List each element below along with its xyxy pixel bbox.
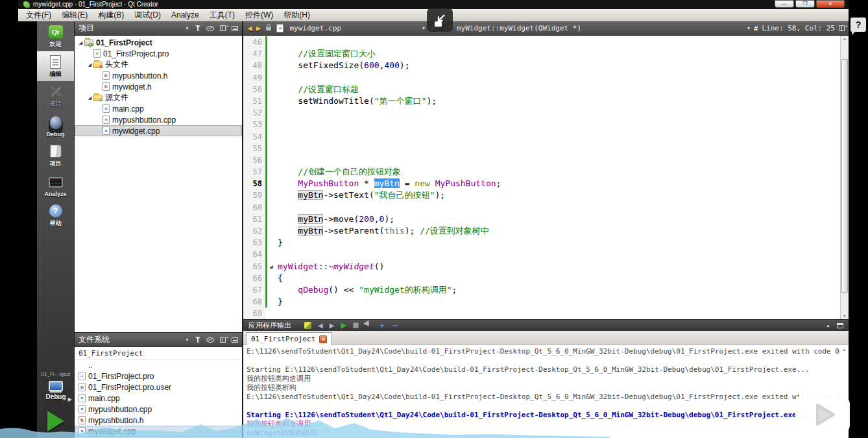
code-line[interactable]: 50 //设置窗口标题 <box>243 84 840 95</box>
expand-arrow-icon[interactable]: ◢ <box>77 40 84 45</box>
code-line[interactable]: 57 //创建一个自己的按钮对象 <box>243 166 840 178</box>
symbol-dropdown[interactable]: myWidget::myWidget(QWidget *) ▼ <box>457 24 750 32</box>
expand-arrow-icon[interactable]: ◢ <box>86 62 93 67</box>
code-line[interactable]: 62 myBtn->setParent(this); //设置到对象树中 <box>243 225 840 237</box>
code-line[interactable]: 56 <box>243 154 840 166</box>
output-window-icon[interactable] <box>837 323 843 328</box>
editor-scrollbar[interactable]: ▲ ▼ <box>840 36 849 319</box>
title-bar[interactable]: mywidget.cpp - 01_FirstProject - Qt Crea… <box>18 0 849 9</box>
code-line[interactable]: 65◢myWidget::~myWidget() <box>243 261 840 273</box>
tree-item[interactable]: »mywidget.cpp <box>75 125 242 136</box>
mode-欢迎[interactable]: Qt欢迎 <box>37 21 74 51</box>
code-line[interactable]: 51 setWindowTitle("第一个窗口"); <box>243 95 840 107</box>
fold-marker-icon[interactable]: ◢ <box>267 264 275 269</box>
project-closebar-icon[interactable] <box>232 26 238 31</box>
file-item[interactable]: .. <box>75 359 242 371</box>
code-line[interactable]: 53 <box>243 119 840 130</box>
code-line[interactable]: 58 MyPushButton * myBtn = new MyPushButt… <box>243 178 840 189</box>
output-zoom-in-icon[interactable]: + <box>378 322 385 329</box>
output-scroll-up-arrow[interactable]: ▲ <box>842 347 847 352</box>
filesystem-sync-icon[interactable] <box>206 337 214 343</box>
code-line[interactable]: 69 <box>243 308 840 319</box>
code-line[interactable]: 46 <box>243 36 840 48</box>
output-tab-close-icon[interactable]: × <box>319 335 327 343</box>
split-editor-icon[interactable] <box>839 25 845 31</box>
code-line[interactable]: 67 qDebug() << "myWidget的析构调用"; <box>243 284 840 296</box>
menu-item-6[interactable]: 控件(W) <box>240 9 278 21</box>
project-dropdown-icon[interactable]: ▼ <box>185 26 189 30</box>
output-zoom-out-icon[interactable]: − <box>392 322 399 329</box>
output-run-icon[interactable] <box>341 322 346 329</box>
expand-arrow-icon[interactable]: ◢ <box>86 95 93 101</box>
output-filter-icon[interactable] <box>304 322 311 329</box>
code-line[interactable]: 47 //设置固定窗口大小 <box>243 48 840 60</box>
menu-item-3[interactable]: 调试(D) <box>129 9 166 21</box>
mode-帮助[interactable]: ?帮助 <box>37 201 74 230</box>
code-line[interactable]: 61 myBtn->move(200,0); <box>243 213 840 225</box>
code-line[interactable]: 60 <box>243 202 840 213</box>
menu-item-2[interactable]: 构建(B) <box>93 9 129 21</box>
filesystem-dropdown-icon[interactable]: ▼ <box>185 337 189 342</box>
output-next-icon[interactable]: ▶ <box>330 322 335 329</box>
player-help-icon[interactable]: ? <box>850 18 866 32</box>
file-item[interactable]: u01_FirstProject.pro.user <box>75 382 242 393</box>
file-item[interactable]: ≡01_FirstProject.pro <box>75 371 242 382</box>
menu-item-1[interactable]: 编辑(E) <box>56 9 93 21</box>
code-line[interactable]: 54 <box>243 131 840 143</box>
menu-item-0[interactable]: 文件(F) <box>21 9 56 21</box>
mini-player-icon[interactable] <box>427 8 453 32</box>
output-prev-icon[interactable]: ◀ <box>318 322 323 329</box>
kit-selector-monitor-icon[interactable] <box>49 381 63 391</box>
code-editor[interactable]: 4647 //设置固定窗口大小48 setFixedSize(600,400);… <box>243 36 849 319</box>
tree-item[interactable]: hmypushbutton.h <box>75 70 242 81</box>
project-sync-icon[interactable] <box>206 26 214 31</box>
file-item[interactable]: »mywidget.cpp <box>75 426 242 437</box>
tree-item[interactable]: »main.cpp <box>75 103 242 114</box>
tree-item[interactable]: hmywidget.h <box>75 81 242 92</box>
minimize-button[interactable]: — <box>775 0 794 8</box>
project-funnel-icon[interactable] <box>195 25 200 31</box>
code-line[interactable]: 55 <box>243 143 840 154</box>
menu-item-7[interactable]: 帮助(H) <box>278 9 315 21</box>
output-tab[interactable]: 01_FirstProject × <box>246 332 332 345</box>
code-line[interactable]: 64 <box>243 249 840 260</box>
code-line[interactable]: 48 setFixedSize(600,400); <box>243 60 840 71</box>
project-split-icon[interactable] <box>220 25 226 31</box>
run-button[interactable] <box>47 411 64 432</box>
tree-item[interactable]: »mypushbutton.cpp <box>75 114 242 125</box>
tree-item[interactable]: ≡01_FirstProject.pro <box>75 48 242 59</box>
output-select-icon[interactable] <box>364 320 374 330</box>
output-stop-icon[interactable] <box>353 322 359 328</box>
maximize-output-icon[interactable]: ▲ <box>826 323 830 328</box>
tree-item[interactable]: ◢h头文件 <box>75 59 242 70</box>
mode-设计[interactable]: 设计 <box>37 81 74 111</box>
code-line[interactable]: 68} <box>243 296 840 308</box>
mode-Debug[interactable]: Debug <box>37 111 74 141</box>
file-item[interactable]: »main.cpp <box>75 393 242 404</box>
file-item[interactable]: hmypushbutton.h <box>75 415 242 426</box>
line-number-toggle[interactable]: # <box>754 25 758 32</box>
kit-selector-arrow-icon[interactable]: ▶ <box>68 396 72 402</box>
code-line[interactable]: 49 <box>243 72 840 84</box>
tree-item[interactable]: ◢c源文件 <box>75 92 242 103</box>
code-line[interactable]: 59 myBtn->setText("我自己的按钮"); <box>243 189 840 201</box>
scrollbar-thumb[interactable] <box>841 59 848 293</box>
player-play-button[interactable] <box>794 383 852 438</box>
open-file-dropdown[interactable]: » mywidget.cpp ▼ <box>276 24 426 32</box>
scroll-down-arrow[interactable]: ▼ <box>841 314 849 318</box>
code-line[interactable]: 63} <box>243 237 840 249</box>
mode-项目[interactable]: 项目 <box>37 141 74 171</box>
mode-Analyze[interactable]: Analyze <box>37 171 74 201</box>
application-output[interactable]: E:\1126\sendToStudent\Qt1_Day24\Code\bui… <box>243 345 849 438</box>
go-back-icon[interactable]: ◀ <box>247 25 252 32</box>
restore-button[interactable]: ❐ <box>795 0 815 8</box>
filesystem-funnel-icon[interactable] <box>195 337 200 343</box>
code-line[interactable]: 66{ <box>243 273 840 284</box>
filesystem-split-icon[interactable] <box>220 337 226 343</box>
file-item[interactable]: »mypushbutton.cpp <box>75 404 242 415</box>
menu-item-4[interactable]: Analyze <box>166 9 204 21</box>
filesystem-closebar-icon[interactable] <box>232 337 238 343</box>
close-button[interactable]: × <box>816 0 845 8</box>
scroll-up-arrow[interactable]: ▲ <box>841 37 849 41</box>
mode-编辑[interactable]: 编辑 <box>37 51 74 81</box>
